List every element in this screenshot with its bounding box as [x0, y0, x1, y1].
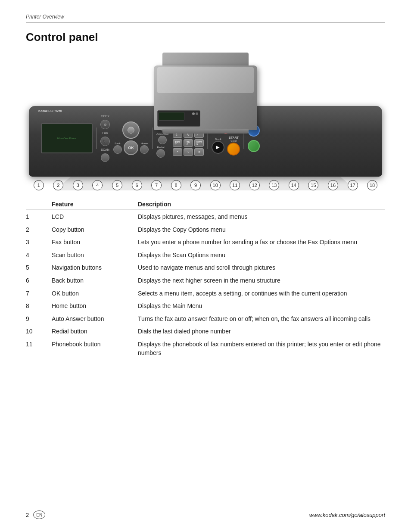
feature-name: Copy button — [52, 226, 138, 234]
back-button[interactable] — [113, 145, 122, 154]
callout-13: 13 — [269, 180, 279, 190]
back-label: Back — [115, 142, 120, 145]
callouts-row: 1 2 3 4 5 6 7 8 9 10 11 12 13 14 15 16 1… — [29, 180, 382, 190]
feature-row: 7OK buttonSelects a menu item, accepts a… — [26, 287, 385, 300]
feature-row: 10Redial buttonDials the last dialed pho… — [26, 325, 385, 338]
navigation-buttons[interactable] — [122, 121, 140, 139]
printer-image-area: Kodak ESP 9250 All-in-One Printer COPY ⊙ — [26, 53, 385, 190]
callout-3: 3 — [73, 180, 83, 190]
ok-label: OK — [128, 146, 134, 150]
scan-label: SCAN — [101, 148, 109, 151]
feature-name: Auto Answer button — [52, 315, 138, 324]
copy-label: COPY — [101, 115, 109, 118]
feature-desc: Dials the last dialed phone number — [138, 327, 385, 336]
callout-4: 4 — [92, 180, 103, 190]
page-footer: 2 EN www.kodak.com/go/aiosupport — [26, 510, 385, 519]
feature-name: Redial button — [52, 327, 138, 336]
feature-desc: Lets you enter a phone number for sendin… — [138, 238, 385, 247]
callout-5: 5 — [112, 180, 122, 190]
callout-16: 16 — [328, 180, 338, 190]
nav-ring-inner — [128, 127, 134, 134]
divider-1 — [96, 128, 97, 149]
col-feature-header: Feature — [52, 201, 138, 208]
feature-num: 10 — [26, 327, 52, 336]
feature-name: OK button — [52, 289, 138, 298]
feature-desc: Displays the Main Menu — [138, 302, 385, 311]
callout-11: 11 — [230, 180, 240, 190]
callout-12: 12 — [249, 180, 260, 190]
callout-2: 2 — [53, 180, 63, 190]
black-start-button[interactable]: ▶ — [212, 141, 224, 154]
home-label: Home — [141, 142, 148, 145]
redial-label: Redial — [157, 146, 164, 149]
key-8[interactable]: tuv8 — [184, 139, 193, 147]
all-in-one-label: All-in-One Printer — [57, 137, 77, 140]
printer-illustration — [149, 53, 262, 139]
key-star[interactable]: * — [173, 148, 182, 156]
key-9[interactable]: wxyz9 — [194, 139, 204, 147]
feature-num: 9 — [26, 315, 52, 324]
footer-left: 2 EN — [26, 510, 45, 519]
feature-num: 4 — [26, 251, 52, 260]
feature-name: Phonebook button — [52, 340, 138, 357]
feature-rows-container: 1LCDDisplays pictures, messages, and men… — [26, 211, 385, 359]
feature-row: 1LCDDisplays pictures, messages, and men… — [26, 211, 385, 224]
feature-num: 2 — [26, 226, 52, 234]
feature-desc: Displays the Copy Options menu — [138, 226, 385, 234]
callout-9: 9 — [190, 180, 201, 190]
feature-desc: Used to navigate menus and scroll throug… — [138, 264, 385, 272]
feature-num: 8 — [26, 302, 52, 311]
feature-row: 6Back buttonDisplays the next higher scr… — [26, 274, 385, 287]
callout-7: 7 — [151, 180, 162, 190]
feature-table-header: Feature Description — [26, 201, 385, 210]
feature-name: Fax button — [52, 238, 138, 247]
callout-18: 18 — [367, 180, 377, 190]
home-button[interactable] — [140, 145, 149, 154]
feature-desc: Displays the Scan Options menu — [138, 251, 385, 260]
feature-name: Back button — [52, 277, 138, 285]
feature-num: 11 — [26, 340, 52, 357]
key-hash[interactable]: # — [194, 148, 204, 156]
fax-button[interactable]: 📞 — [100, 137, 110, 146]
feature-row: 11Phonebook buttonDisplays the phonebook… — [26, 338, 385, 359]
feature-table: Feature Description 1LCDDisplays picture… — [26, 201, 385, 359]
feature-desc: Displays the phonebook of fax numbers en… — [138, 340, 385, 357]
feature-name: LCD — [52, 213, 138, 221]
scan-button[interactable] — [101, 153, 109, 162]
feature-row: 9Auto Answer buttonTurns the fax auto an… — [26, 313, 385, 326]
callout-15: 15 — [308, 180, 318, 190]
feature-num: 3 — [26, 238, 52, 247]
wifi-button[interactable] — [248, 140, 260, 152]
redial-button[interactable] — [156, 149, 165, 158]
footer-page-num: 2 — [26, 512, 29, 518]
footer-lang: EN — [36, 513, 42, 517]
feature-desc: Displays the next higher screen in the m… — [138, 277, 385, 285]
feature-row: 3Fax buttonLets you enter a phone number… — [26, 236, 385, 249]
key-0[interactable]: 0 — [184, 148, 193, 156]
callout-8: 8 — [171, 180, 181, 190]
feature-row: 8Home buttonDisplays the Main Menu — [26, 300, 385, 313]
feature-desc: Turns the fax auto answer feature on or … — [138, 315, 385, 324]
color-label: Color — [230, 140, 237, 142]
feature-num: 7 — [26, 289, 52, 298]
color-start-button[interactable] — [227, 143, 240, 156]
col-num-header — [26, 201, 52, 208]
ok-button[interactable]: OK — [124, 140, 138, 155]
footer-en-badge: EN — [33, 510, 45, 519]
feature-num: 6 — [26, 277, 52, 285]
feature-name: Scan button — [52, 251, 138, 260]
feature-row: 5Navigation buttonsUsed to navigate menu… — [26, 261, 385, 274]
breadcrumb: Printer Overview — [26, 14, 64, 20]
feature-row: 2Copy buttonDisplays the Copy Options me… — [26, 224, 385, 236]
callout-10: 10 — [210, 180, 221, 190]
feature-num: 5 — [26, 264, 52, 272]
lcd-screen: All-in-One Printer — [41, 123, 93, 153]
feature-desc: Selects a menu item, accepts a setting, … — [138, 289, 385, 298]
callout-6: 6 — [132, 180, 142, 190]
fax-label: FAX — [102, 131, 108, 134]
callout-17: 17 — [348, 180, 358, 190]
copy-button[interactable]: ⊙ — [100, 120, 110, 129]
key-7[interactable]: pqrs7 — [173, 139, 182, 147]
col-desc-header: Description — [138, 201, 385, 208]
printer-body — [154, 65, 257, 130]
